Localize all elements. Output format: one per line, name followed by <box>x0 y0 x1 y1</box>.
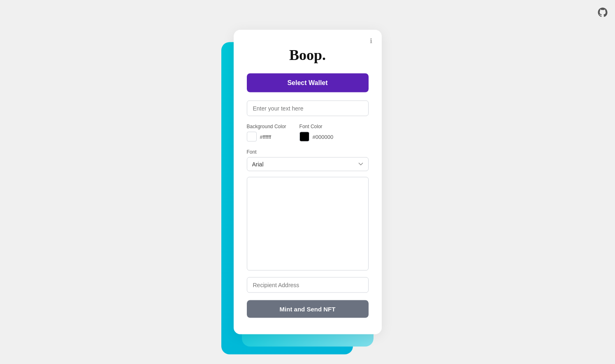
font-section: Font Arial Georgia Times New Roman Couri… <box>247 149 369 171</box>
background-color-row: #ffffff <box>247 132 286 142</box>
mint-send-button[interactable]: Mint and Send NFT <box>247 300 369 318</box>
background-color-value: #ffffff <box>260 134 272 140</box>
font-color-swatch[interactable] <box>299 132 309 142</box>
info-icon: ℹ <box>370 37 372 44</box>
preview-box <box>247 177 369 271</box>
recipient-input[interactable] <box>247 277 369 293</box>
font-color-value: #000000 <box>313 134 334 140</box>
github-icon <box>598 7 608 17</box>
info-button[interactable]: ℹ <box>366 36 376 46</box>
color-section: Background Color #ffffff Font Color #000… <box>247 124 369 142</box>
font-color-row: #000000 <box>299 132 334 142</box>
font-label: Font <box>247 149 369 155</box>
background-color-label: Background Color <box>247 124 286 129</box>
background-color-group: Background Color #ffffff <box>247 124 286 142</box>
font-select[interactable]: Arial Georgia Times New Roman Courier Ne… <box>247 157 369 171</box>
background-color-swatch[interactable] <box>247 132 257 142</box>
text-input[interactable] <box>247 101 369 116</box>
font-color-label: Font Color <box>299 124 334 129</box>
select-wallet-button[interactable]: Select Wallet <box>247 74 369 92</box>
github-icon-button[interactable] <box>596 6 609 20</box>
font-color-group: Font Color #000000 <box>299 124 334 142</box>
main-card: ℹ Boop. Select Wallet Background Color #… <box>234 30 382 334</box>
page-center: ℹ Boop. Select Wallet Background Color #… <box>234 30 382 334</box>
app-title: Boop. <box>247 46 369 64</box>
